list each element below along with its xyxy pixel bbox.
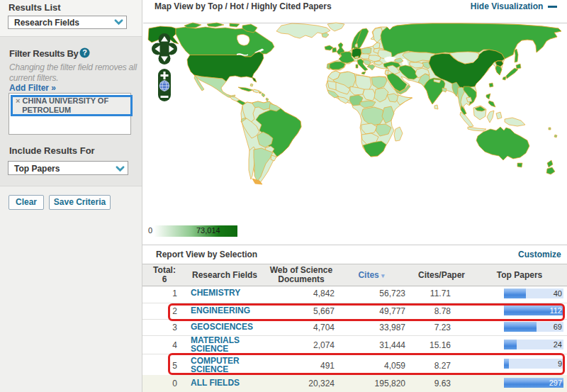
svg-text:?: ? — [82, 48, 87, 57]
